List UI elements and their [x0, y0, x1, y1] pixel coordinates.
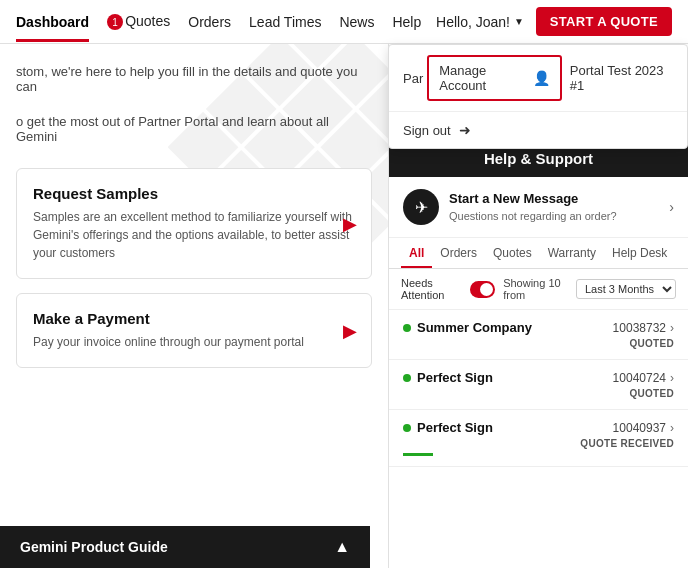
new-message-row[interactable]: ✈ Start a New Message Questions not rega… [389, 177, 688, 238]
help-item-num-1: 10040724 [613, 371, 666, 385]
toggle-knob [480, 283, 493, 296]
nav-quotes[interactable]: 1Quotes [107, 13, 170, 31]
help-item-num-0: 10038732 [613, 321, 666, 335]
card-arrow-payment: ▶ [343, 320, 357, 342]
help-item-num-2: 10040937 [613, 421, 666, 435]
user-dropdown-menu: Par Manage Account 👤 Portal Test 2023 #1… [388, 44, 688, 149]
product-guide-bar[interactable]: Gemini Product Guide ▲ [0, 526, 370, 568]
showing-label: Showing 10 from [503, 277, 568, 301]
tab-quotes[interactable]: Quotes [485, 238, 540, 268]
tab-orders[interactable]: Orders [432, 238, 485, 268]
card-title-samples: Request Samples [33, 185, 355, 202]
help-item-status-2: QUOTE RECEIVED [403, 438, 674, 449]
left-text-1: stom, we're here to help you fill in the… [16, 64, 372, 94]
help-item-chevron-1: › [670, 371, 674, 385]
nav-news[interactable]: News [339, 14, 374, 30]
new-message-text: Start a New Message Questions not regard… [449, 191, 617, 224]
status-dot-2 [403, 424, 411, 432]
nav-help[interactable]: Help [392, 14, 421, 30]
nav-dashboard[interactable]: Dashboard [16, 14, 89, 30]
help-item-name-2: Perfect Sign [403, 420, 493, 435]
help-item-status-0: QUOTED [403, 338, 674, 349]
status-dot-1 [403, 374, 411, 382]
manage-account-label: Manage Account [439, 63, 527, 93]
nav-links: Dashboard 1Quotes Orders Lead Times News… [16, 13, 436, 31]
card-arrow-samples: ▶ [343, 213, 357, 235]
dropdown-header-row: Par Manage Account 👤 Portal Test 2023 #1 [389, 45, 687, 112]
help-item-name-1: Perfect Sign [403, 370, 493, 385]
date-filter-select[interactable]: Last 3 Months [576, 279, 676, 299]
start-quote-button[interactable]: START A QUOTE [536, 7, 672, 36]
status-line-2 [403, 453, 433, 456]
card-desc-samples: Samples are an excellent method to famil… [33, 208, 355, 262]
left-text-2: o get the most out of Partner Portal and… [16, 114, 372, 144]
needs-attention-toggle[interactable] [470, 281, 495, 298]
help-item-1[interactable]: Perfect Sign 10040724 › QUOTED [389, 360, 688, 410]
help-list: Summer Company 10038732 › QUOTED Perfect [389, 310, 688, 467]
tab-warranty[interactable]: Warranty [540, 238, 604, 268]
help-tabs: All Orders Quotes Warranty Help Desk [389, 238, 688, 269]
user-dropdown-caret: ▼ [514, 16, 524, 27]
main-content: stom, we're here to help you fill in the… [0, 44, 688, 568]
sign-out-arrow-icon: ➜ [459, 122, 471, 138]
product-guide-label: Gemini Product Guide [20, 539, 168, 555]
sign-out-label: Sign out [403, 123, 451, 138]
manage-account-item[interactable]: Manage Account 👤 [427, 55, 562, 101]
portal-label: Portal Test 2023 #1 [570, 63, 673, 93]
nav-lead-times[interactable]: Lead Times [249, 14, 321, 30]
new-message-chevron-icon: › [669, 199, 674, 215]
make-payment-card[interactable]: Make a Payment Pay your invoice online t… [16, 293, 372, 368]
card-title-payment: Make a Payment [33, 310, 355, 327]
help-item-name-0: Summer Company [403, 320, 532, 335]
tab-all[interactable]: All [401, 238, 432, 268]
right-panel: Par Manage Account 👤 Portal Test 2023 #1… [388, 44, 688, 568]
status-dot-0 [403, 324, 411, 332]
help-item-chevron-0: › [670, 321, 674, 335]
product-guide-caret: ▲ [334, 538, 350, 556]
help-item-status-1: QUOTED [403, 388, 674, 399]
left-panel: stom, we're here to help you fill in the… [0, 44, 388, 568]
par-label: Par [403, 71, 423, 86]
account-icon: 👤 [533, 70, 550, 86]
tab-help-desk[interactable]: Help Desk [604, 238, 675, 268]
quotes-badge: 1 [107, 14, 123, 30]
sign-out-row[interactable]: Sign out ➜ [389, 112, 687, 148]
new-message-subtitle: Questions not regarding an order? [449, 210, 617, 222]
card-desc-payment: Pay your invoice online through our paym… [33, 333, 355, 351]
needs-attention-label: Needs Attention [401, 277, 462, 301]
help-item-2[interactable]: Perfect Sign 10040937 › QUOTE RECEIVED [389, 410, 688, 467]
help-filters: Needs Attention Showing 10 from Last 3 M… [389, 269, 688, 310]
help-item-chevron-2: › [670, 421, 674, 435]
message-icon-box: ✈ [403, 189, 439, 225]
new-message-title: Start a New Message [449, 191, 617, 206]
nav-right: Hello, Joan! ▼ START A QUOTE [436, 7, 672, 36]
request-samples-card[interactable]: Request Samples Samples are an excellent… [16, 168, 372, 279]
paper-plane-icon: ✈ [415, 198, 428, 217]
help-support-panel: Help & Support ✈ Start a New Message Que… [389, 140, 688, 467]
help-item-0[interactable]: Summer Company 10038732 › QUOTED [389, 310, 688, 360]
user-greeting[interactable]: Hello, Joan! ▼ [436, 14, 524, 30]
nav-orders[interactable]: Orders [188, 14, 231, 30]
nav-bar: Dashboard 1Quotes Orders Lead Times News… [0, 0, 688, 44]
